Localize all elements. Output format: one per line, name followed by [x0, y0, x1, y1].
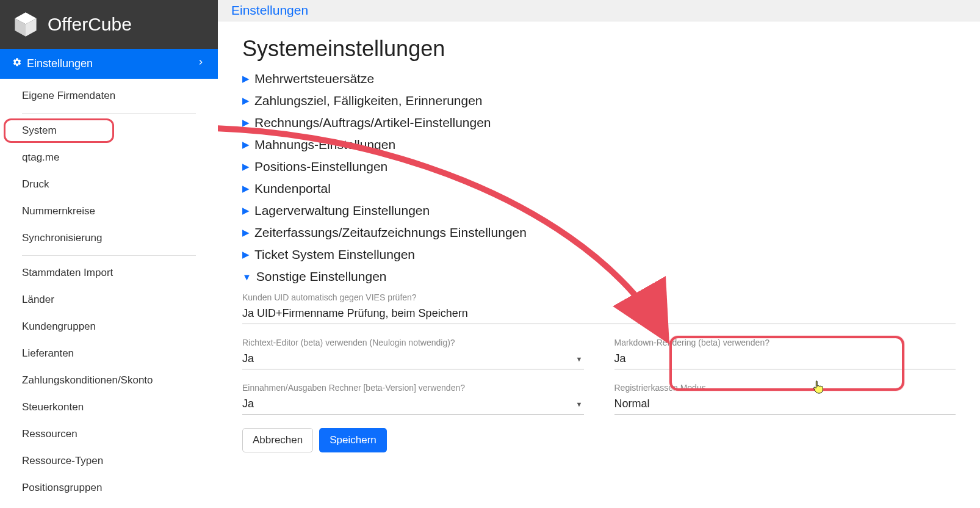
section-rechnungs-artikel[interactable]: ▶Rechnungs/Auftrags/Artikel-Einstellunge… [242, 112, 956, 134]
breadcrumb-einstellungen[interactable]: Einstellungen [231, 3, 308, 17]
section-lagerverwaltung[interactable]: ▶Lagerverwaltung Einstellungen [242, 200, 956, 222]
caret-right-icon: ▶ [242, 249, 250, 260]
caret-right-icon: ▶ [242, 227, 250, 238]
brand-name: OfferCube [48, 14, 132, 35]
label-markdown: Markdown-Rendering (beta) verwenden? [614, 338, 956, 347]
chevron-right-icon [196, 57, 206, 70]
section-sonstige-expanded[interactable]: ▼Sonstige Einstellungen [242, 266, 956, 288]
label-einaus: Einnahmen/Ausgaben Rechner [beta-Version… [242, 383, 584, 393]
caret-right-icon: ▶ [242, 161, 250, 172]
section-mahnungs[interactable]: ▶Mahnungs-Einstellungen [242, 134, 956, 156]
caret-right-icon: ▶ [242, 117, 250, 128]
field-einaus: Einnahmen/Ausgaben Rechner [beta-Version… [242, 383, 584, 415]
field-markdown: Markdown-Rendering (beta) verwenden? Ja [614, 338, 956, 369]
sidebar-item-steuerkonten[interactable]: Steuerkonten [0, 394, 218, 421]
nav-list: Eigene Firmendaten System qtag.me Druck … [0, 79, 218, 508]
sidebar-item-positionsgruppen[interactable]: Positionsgruppen [0, 474, 218, 501]
caret-right-icon: ▶ [242, 139, 250, 150]
label-regkasse: Registrierkassen Modus [614, 383, 956, 393]
brand-cube-icon [12, 11, 39, 38]
sidebar-item-lieferanten[interactable]: Lieferanten [0, 340, 218, 367]
sonstige-form: Kunden UID automatisch gegen VIES prüfen… [242, 292, 956, 452]
sidebar-item-qtag-me[interactable]: qtag.me [0, 144, 218, 171]
caret-right-icon: ▶ [242, 205, 250, 216]
brand-header: OfferCube [0, 0, 218, 49]
caret-right-icon: ▶ [242, 183, 250, 194]
sidebar-item-ressource-typen[interactable]: Ressource-Typen [0, 448, 218, 474]
section-ticket-system[interactable]: ▶Ticket System Einstellungen [242, 244, 956, 266]
select-einaus[interactable]: Ja [242, 394, 584, 415]
section-positions[interactable]: ▶Positions-Einstellungen [242, 156, 956, 178]
sidebar-item-druck[interactable]: Druck [0, 171, 218, 198]
caret-right-icon: ▶ [242, 73, 250, 84]
caret-down-icon: ▼ [242, 272, 251, 282]
caret-down-icon: ▼ [576, 355, 583, 363]
select-richtext[interactable]: Ja [242, 349, 584, 369]
caret-right-icon: ▶ [242, 95, 250, 106]
label-richtext: Richtext-Editor (beta) verwenden (Neulog… [242, 338, 584, 347]
save-button[interactable]: Speichern [319, 428, 387, 452]
section-zeiterfassung[interactable]: ▶Zeiterfassungs/Zeitaufzeichnungs Einste… [242, 222, 956, 244]
select-regkasse[interactable]: Normal [614, 394, 956, 415]
nav-main-settings[interactable]: Einstellungen [0, 49, 218, 79]
sidebar-item-ressourcen[interactable]: Ressourcen [0, 421, 218, 448]
field-richtext: Richtext-Editor (beta) verwenden (Neulog… [242, 338, 584, 369]
select-markdown[interactable]: Ja [614, 349, 956, 369]
section-mehrwertsteuersaetze[interactable]: ▶Mehrwertsteuersätze [242, 68, 956, 90]
sidebar: OfferCube Einstellungen Eigene Firmendat… [0, 0, 218, 508]
field-vies: Kunden UID automatisch gegen VIES prüfen… [242, 292, 956, 324]
section-zahlungsziel[interactable]: ▶Zahlungsziel, Fälligkeiten, Erinnerunge… [242, 90, 956, 112]
section-kundenportal[interactable]: ▶Kundenportal [242, 178, 956, 200]
nav-main-label: Einstellungen [27, 57, 93, 70]
gear-icon [12, 57, 22, 70]
sidebar-item-eigene-firmendaten[interactable]: Eigene Firmendaten [0, 82, 218, 109]
form-buttons: Abbrechen Speichern [242, 428, 956, 452]
sidebar-item-stammdaten-import[interactable]: Stammdaten Import [0, 259, 218, 286]
cancel-button[interactable]: Abbrechen [242, 428, 313, 452]
main-content: Einstellungen Systemeinstellungen ▶Mehrw… [218, 0, 980, 508]
field-regkasse: Registrierkassen Modus Normal [614, 383, 956, 415]
caret-down-icon: ▼ [576, 401, 583, 408]
content-scroll-area: Systemeinstellungen ▶Mehrwertsteuersätze… [218, 21, 980, 508]
page-title: Systemeinstellungen [242, 36, 956, 62]
sidebar-item-system[interactable]: System [0, 117, 218, 144]
sidebar-item-nummernkreise[interactable]: Nummernkreise [0, 198, 218, 225]
label-vies: Kunden UID automatisch gegen VIES prüfen… [242, 292, 956, 302]
select-vies[interactable]: Ja UID+Firmenname Prüfung, beim Speicher… [242, 303, 956, 324]
sidebar-item-zahlungskonditionen[interactable]: Zahlungskonditionen/Skonto [0, 367, 218, 394]
sidebar-item-laender[interactable]: Länder [0, 286, 218, 313]
sidebar-item-zeitaufzeichnungs-arten[interactable]: Zeitaufzeichnungs-Arten [0, 501, 218, 508]
topbar: Einstellungen [218, 0, 980, 21]
sidebar-item-kundengruppen[interactable]: Kundengruppen [0, 313, 218, 340]
sidebar-item-synchronisierung[interactable]: Synchronisierung [0, 225, 218, 252]
